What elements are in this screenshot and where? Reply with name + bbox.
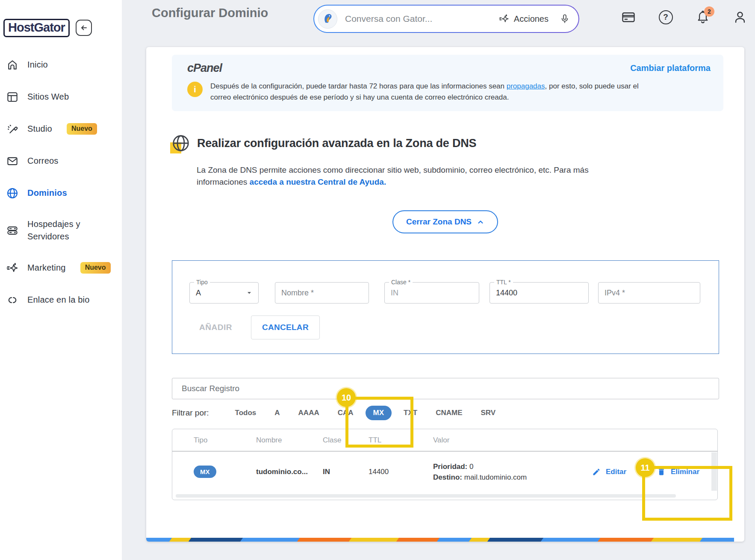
add-record-button[interactable]: AÑADIR — [199, 323, 232, 332]
gator-avatar-icon — [318, 9, 338, 29]
propagadas-link[interactable]: propagadas — [507, 82, 545, 90]
horizontal-scrollbar[interactable] — [176, 494, 676, 498]
browser-icon — [5, 90, 20, 104]
dns-section-title: Realizar configuración avanzada en la Zo… — [197, 137, 476, 150]
stripe-segment — [297, 538, 353, 542]
sidebar-item-label: Hospedajes y Servidores — [27, 218, 111, 243]
table-header-row: Tipo Nombre Clase TTL Valor — [172, 429, 717, 451]
stripe-segment — [146, 538, 172, 542]
ttl-input[interactable] — [496, 289, 582, 298]
ipv4-input[interactable] — [598, 282, 700, 304]
arrow-left-icon — [80, 24, 88, 32]
sidebar-collapse-button[interactable] — [76, 20, 92, 36]
stripe-segment — [240, 538, 301, 542]
close-dns-zone-button[interactable]: Cerrar Zona DNS — [392, 210, 498, 233]
edit-record-label: Editar — [606, 468, 626, 476]
record-class-cell: IN — [323, 468, 369, 476]
type-select[interactable]: Tipo A — [189, 282, 259, 304]
home-icon — [5, 58, 20, 72]
actions-label: Acciones — [514, 14, 549, 24]
sidebar-nav: Inicio Sitios Web Studio Nuevo Correos — [0, 43, 122, 316]
record-ttl-cell: 14400 — [369, 468, 433, 476]
header-icons: ? 2 — [621, 9, 748, 25]
filter-chip-srv[interactable]: SRV — [475, 406, 502, 420]
assistant-search[interactable]: Conversa con Gator... Acciones — [313, 5, 579, 33]
sidebar-item-label: Marketing — [27, 263, 66, 273]
help-center-link[interactable]: acceda a nuestra Central de Ayuda. — [250, 177, 386, 186]
filter-label: Filtrar por: — [172, 408, 209, 418]
class-field-label: Clase * — [389, 279, 413, 286]
notifications-bell-icon[interactable]: 2 — [695, 9, 711, 25]
stripe-segment — [700, 538, 734, 542]
column-header-valor: Valor — [433, 436, 592, 445]
stripe-segment — [487, 538, 545, 542]
sidebar-item-enlace-bio[interactable]: Enlace en la bio — [5, 284, 122, 316]
sidebar-item-studio[interactable]: Studio Nuevo — [5, 113, 122, 145]
page: HostGator Inicio Sitios Web — [0, 0, 755, 560]
filter-chip-aaaa[interactable]: AAAA — [292, 406, 326, 420]
stripe-segment — [349, 538, 400, 542]
nuevo-badge: Nuevo — [80, 262, 111, 274]
sidebar-item-hospedajes[interactable]: Hospedajes y Servidores — [5, 209, 122, 252]
filter-chip-cname[interactable]: CNAME — [429, 406, 469, 420]
sparkle-icon — [5, 261, 20, 275]
class-field-value: IN — [391, 289, 398, 298]
dns-section-heading: Realizar configuración avanzada en la Zo… — [171, 133, 744, 153]
sidebar-item-label: Inicio — [27, 60, 48, 70]
billing-icon[interactable] — [621, 9, 636, 25]
sidebar-item-label: Enlace en la bio — [27, 295, 90, 305]
stripe-segment — [598, 538, 655, 542]
record-value-cell: Prioridad: 0 Destino: mail.tudominio.com — [433, 461, 592, 483]
mail-icon — [5, 154, 20, 168]
chevron-down-icon — [246, 290, 252, 296]
annotation-badge-10: 10 — [337, 388, 356, 407]
sidebar: HostGator Inicio Sitios Web — [0, 0, 122, 560]
propagation-notice: Después de la configuración, puede tarda… — [210, 81, 651, 103]
annotation-box-10 — [345, 397, 413, 448]
sidebar-item-label: Sitios Web — [27, 92, 69, 102]
actions-button[interactable]: Acciones — [498, 13, 549, 24]
footer-stripe — [146, 538, 744, 542]
annotation-box-11 — [642, 466, 732, 521]
hostgator-logo[interactable]: HostGator — [3, 19, 70, 37]
sidebar-item-correos[interactable]: Correos — [5, 145, 122, 177]
add-record-form: Tipo A Clase * IN TTL * AÑADI — [172, 260, 719, 354]
search-record-input[interactable] — [172, 378, 719, 399]
sidebar-item-label: Correos — [27, 156, 59, 166]
sparkle-icon — [498, 13, 510, 24]
wand-icon — [5, 122, 20, 136]
sidebar-item-inicio[interactable]: Inicio — [5, 49, 122, 81]
stripe-segment — [651, 538, 702, 542]
change-platform-link[interactable]: Cambiar plataforma — [630, 63, 711, 73]
cancel-button[interactable]: CANCELAR — [251, 315, 320, 339]
record-type-chip: MX — [194, 466, 216, 478]
close-dns-zone-label: Cerrar Zona DNS — [406, 217, 472, 227]
globe-section-icon — [171, 133, 191, 153]
table-row: MX tudominio.co... IN 14400 Prioridad: 0… — [172, 451, 717, 492]
ttl-field[interactable]: TTL * — [490, 282, 589, 304]
filter-chip-a[interactable]: A — [268, 406, 286, 420]
column-header-tipo: Tipo — [194, 436, 256, 445]
type-select-value: A — [196, 289, 201, 298]
stripe-segment — [189, 538, 244, 542]
name-input[interactable] — [275, 282, 369, 304]
ttl-field-label: TTL * — [494, 279, 513, 286]
account-icon[interactable] — [732, 9, 748, 25]
sidebar-item-marketing[interactable]: Marketing Nuevo — [5, 252, 122, 284]
page-title: Configurar Dominio — [152, 3, 274, 22]
filter-chip-todos[interactable]: Todos — [229, 406, 263, 420]
globe-icon — [5, 186, 20, 200]
nuevo-badge: Nuevo — [67, 123, 97, 135]
server-icon — [5, 223, 20, 238]
microphone-icon[interactable] — [560, 14, 570, 24]
help-icon[interactable]: ? — [658, 9, 673, 25]
dns-section-description: La Zona de DNS permite acciones como dir… — [197, 164, 603, 188]
pencil-icon — [592, 468, 601, 476]
link-icon — [5, 293, 20, 307]
cpanel-logo: cPanel — [187, 62, 222, 75]
sidebar-item-sitios-web[interactable]: Sitios Web — [5, 81, 122, 113]
sidebar-item-dominios[interactable]: Dominios — [5, 177, 122, 209]
sidebar-item-label: Studio — [27, 124, 52, 134]
info-icon: i — [187, 82, 203, 97]
help-glyph: ? — [663, 12, 668, 22]
